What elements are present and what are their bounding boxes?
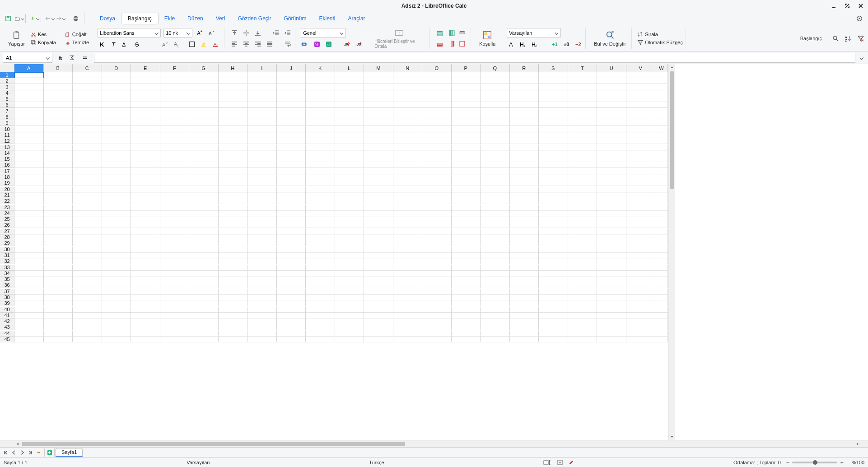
cell-W23[interactable] xyxy=(655,205,668,210)
cell-J25[interactable] xyxy=(277,216,306,222)
cell-T3[interactable] xyxy=(568,84,597,90)
cell-L3[interactable] xyxy=(335,84,364,90)
cell-Q8[interactable] xyxy=(481,114,510,120)
cell-J40[interactable] xyxy=(277,307,306,313)
cell-H38[interactable] xyxy=(219,294,248,300)
cell-G34[interactable] xyxy=(189,271,219,276)
cell-W22[interactable] xyxy=(655,198,668,204)
cell-P32[interactable] xyxy=(452,258,481,264)
cell-C10[interactable] xyxy=(73,126,102,132)
cell-R11[interactable] xyxy=(510,132,539,138)
cell-P34[interactable] xyxy=(452,271,481,276)
sort-button[interactable]: Sırala xyxy=(637,31,658,37)
cell-M26[interactable] xyxy=(364,222,393,228)
row-header-5[interactable]: 5 xyxy=(0,96,14,102)
cell-D38[interactable] xyxy=(102,294,131,300)
cell-U21[interactable] xyxy=(597,192,626,198)
cell-F1[interactable] xyxy=(160,72,190,78)
cell-O28[interactable] xyxy=(422,234,452,240)
cell-D17[interactable] xyxy=(102,168,131,174)
cell-B15[interactable] xyxy=(44,156,73,162)
first-sheet-icon[interactable] xyxy=(2,448,10,457)
cell-T16[interactable] xyxy=(568,162,597,168)
cell-O10[interactable] xyxy=(422,126,452,132)
cell-H36[interactable] xyxy=(219,282,248,288)
cell-N27[interactable] xyxy=(393,229,423,234)
cell-K8[interactable] xyxy=(306,114,335,120)
cell-L33[interactable] xyxy=(335,265,364,271)
cell-M7[interactable] xyxy=(364,108,393,114)
cell-S4[interactable] xyxy=(539,90,568,96)
cell-U11[interactable] xyxy=(597,132,626,138)
sort-quick-icon[interactable]: AZ xyxy=(844,34,853,43)
cell-J45[interactable] xyxy=(277,336,306,342)
cell-D3[interactable] xyxy=(102,84,131,90)
cell-Q33[interactable] xyxy=(481,265,510,271)
cell-V7[interactable] xyxy=(626,108,656,114)
cell-I17[interactable] xyxy=(247,168,277,174)
cell-K13[interactable] xyxy=(306,145,335,150)
cell-T9[interactable] xyxy=(568,120,597,126)
cell-B38[interactable] xyxy=(44,294,73,300)
cell-C13[interactable] xyxy=(73,145,102,150)
cell-F42[interactable] xyxy=(160,318,190,324)
cell-J3[interactable] xyxy=(277,84,306,90)
cell-Q35[interactable] xyxy=(481,276,510,282)
selection-mode-icon[interactable] xyxy=(557,459,563,466)
cell-A9[interactable] xyxy=(14,120,44,126)
cell-F13[interactable] xyxy=(160,145,190,150)
cell-G31[interactable] xyxy=(189,252,219,258)
cell-N19[interactable] xyxy=(393,180,423,186)
cell-D7[interactable] xyxy=(102,108,131,114)
cell-H1[interactable] xyxy=(219,72,248,78)
cell-S35[interactable] xyxy=(539,276,568,282)
cell-H22[interactable] xyxy=(219,198,248,204)
cell-L14[interactable] xyxy=(335,150,364,156)
cell-V13[interactable] xyxy=(626,145,656,150)
cell-H39[interactable] xyxy=(219,300,248,306)
cell-H21[interactable] xyxy=(219,192,248,198)
row-header-18[interactable]: 18 xyxy=(0,174,14,180)
cell-G14[interactable] xyxy=(189,150,219,156)
cell-G5[interactable] xyxy=(189,96,219,102)
cell-K42[interactable] xyxy=(306,318,335,324)
delete-col-icon[interactable] xyxy=(447,39,456,48)
cell-K1[interactable] xyxy=(306,72,335,78)
cell-R39[interactable] xyxy=(510,300,539,306)
cell-D6[interactable] xyxy=(102,102,131,108)
close-panel-icon[interactable] xyxy=(854,14,864,23)
cell-F11[interactable] xyxy=(160,132,190,138)
cell-G44[interactable] xyxy=(189,331,219,336)
cell-H30[interactable] xyxy=(219,247,248,252)
cell-K17[interactable] xyxy=(306,168,335,174)
cell-A40[interactable] xyxy=(14,307,44,313)
cell-E35[interactable] xyxy=(131,276,160,282)
cell-U3[interactable] xyxy=(597,84,626,90)
cell-S2[interactable] xyxy=(539,78,568,84)
strikethrough-button[interactable]: S xyxy=(133,40,142,49)
cell-S24[interactable] xyxy=(539,210,568,216)
cell-P24[interactable] xyxy=(452,210,481,216)
cell-D37[interactable] xyxy=(102,289,131,294)
cell-T26[interactable] xyxy=(568,222,597,228)
cell-B3[interactable] xyxy=(44,84,73,90)
cell-W31[interactable] xyxy=(655,252,668,258)
minimize-button[interactable] xyxy=(829,1,838,10)
cell-C15[interactable] xyxy=(73,156,102,162)
cell-T7[interactable] xyxy=(568,108,597,114)
cell-K27[interactable] xyxy=(306,229,335,234)
cell-M22[interactable] xyxy=(364,198,393,204)
cell-A20[interactable] xyxy=(14,187,44,192)
cell-U40[interactable] xyxy=(597,307,626,313)
cell-T30[interactable] xyxy=(568,247,597,252)
cell-J29[interactable] xyxy=(277,240,306,246)
cell-I22[interactable] xyxy=(247,198,277,204)
cell-P26[interactable] xyxy=(452,222,481,228)
cell-G37[interactable] xyxy=(189,289,219,294)
cell-S8[interactable] xyxy=(539,114,568,120)
cell-C33[interactable] xyxy=(73,265,102,271)
cell-C20[interactable] xyxy=(73,187,102,192)
cell-O32[interactable] xyxy=(422,258,452,264)
cell-C45[interactable] xyxy=(73,336,102,342)
cell-L10[interactable] xyxy=(335,126,364,132)
